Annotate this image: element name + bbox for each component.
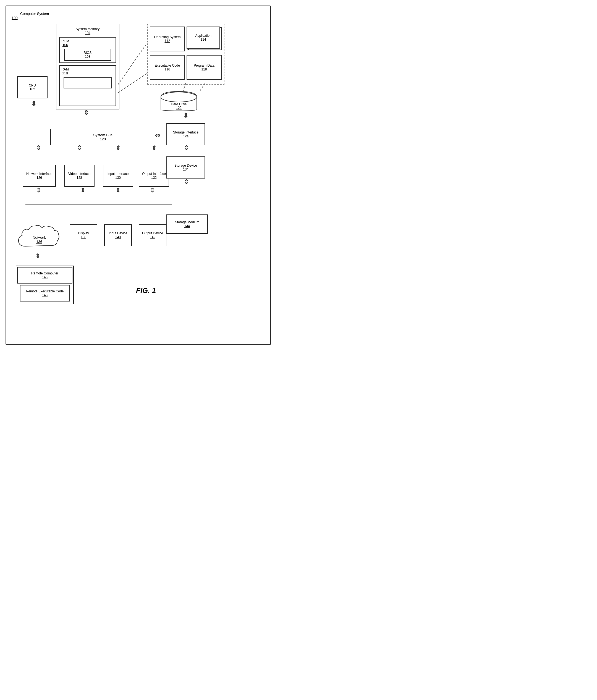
executable-code-block: Executable Code116 — [150, 55, 185, 80]
ram-inner — [64, 77, 111, 89]
output-device-block: Output Device142 — [139, 224, 166, 246]
svg-text:Hard Drive: Hard Drive — [171, 102, 187, 106]
arrow-ni-net: ⇕ — [36, 187, 41, 194]
bios-block: BIOS108 — [64, 49, 111, 61]
computer-system-label: CPU Computer System100 — [11, 11, 265, 20]
arrow-hd-si: ⇕ — [183, 111, 189, 119]
ram-label: RAM110 — [61, 68, 69, 75]
rom-label: ROM106 — [61, 39, 69, 47]
svg-point-0 — [161, 92, 197, 102]
remote-computer-outer — [16, 266, 74, 304]
fig-label: FIG. 1 — [136, 286, 156, 295]
arrow-si-sd: ⇕ — [184, 145, 189, 152]
system-memory-label: System Memory104 — [59, 27, 116, 35]
arrow-cpu-bus: ⇕ — [31, 100, 36, 107]
application-block: Application114 — [186, 27, 220, 49]
arrow-bus-vi: ⇕ — [77, 145, 82, 152]
ram-block: RAM110 — [59, 65, 116, 106]
diagram-outer: CPU Computer System100 CPU 102 System Me… — [5, 5, 271, 345]
svg-text:136: 136 — [36, 240, 42, 244]
arrow-bus-ni: ⇕ — [36, 145, 41, 152]
storage-interface-block: Storage Interface124 — [166, 123, 205, 145]
cpu-number: 102 — [30, 87, 35, 91]
arrow-oi-od: ⇕ — [150, 187, 155, 194]
operating-system-block: Operating System112 — [150, 27, 185, 51]
input-interface-block: Input Interface130 — [103, 165, 133, 187]
cpu-label: CPU — [29, 83, 36, 87]
network-cloud: Network 136 — [17, 223, 61, 253]
system-bus-block: System Bus120 — [50, 129, 155, 145]
system-memory-block: System Memory104 ROM106 BIOS108 RAM110 — [56, 24, 119, 109]
arrow-bus-ii: ⇕ — [116, 145, 121, 152]
cpu-block: CPU 102 — [17, 76, 48, 98]
os-app-dashed-box: Operating System112 Application114 Execu… — [147, 24, 224, 84]
arrow-net-rc: ⇕ — [35, 253, 40, 260]
network-interface-block: Network Interface126 — [23, 165, 56, 187]
rom-block: ROM106 BIOS108 — [59, 37, 116, 63]
program-data-block: Program Data118 — [186, 55, 222, 80]
application-stack: Application114 — [186, 27, 222, 51]
arrow-sd-sm: ⇕ — [184, 178, 189, 186]
arrow-sysmem-bus: ⇕ — [83, 109, 89, 117]
hard-drive-svg: Hard Drive 122 — [158, 90, 200, 112]
arrow-bus-si: ⇔ — [155, 131, 160, 139]
peripheral-bus-line — [25, 204, 172, 205]
display-block: Display138 — [70, 224, 97, 246]
arrow-ii-id: ⇕ — [116, 187, 121, 194]
input-device-block: Input Device140 — [104, 224, 132, 246]
network-cloud-svg: Network 136 — [17, 223, 61, 253]
hard-drive-block: Hard Drive 122 — [158, 90, 200, 112]
svg-text:Network: Network — [33, 235, 46, 240]
video-interface-block: Video Interface128 — [64, 165, 95, 187]
storage-medium-block: Storage Medium144 — [166, 215, 208, 234]
svg-text:122: 122 — [176, 106, 181, 110]
arrow-vi-disp: ⇕ — [80, 187, 85, 194]
output-interface-block: Output Interface132 — [139, 165, 169, 187]
arrow-bus-oi: ⇕ — [151, 145, 156, 152]
svg-line-5 — [118, 43, 147, 84]
storage-device-block: Storage Device134 — [166, 156, 205, 178]
diagram-content: CPU 102 System Memory104 ROM106 BIOS108 … — [11, 21, 271, 339]
svg-line-6 — [118, 74, 147, 93]
